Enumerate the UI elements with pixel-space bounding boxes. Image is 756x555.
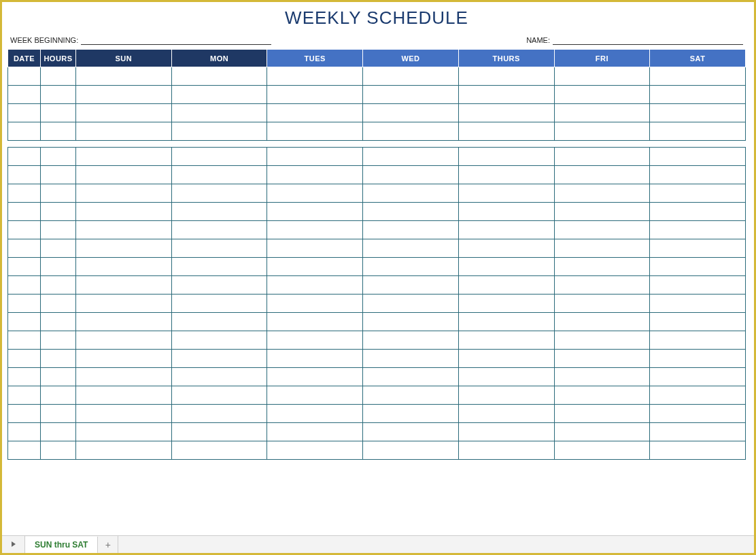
cell[interactable] bbox=[363, 166, 459, 184]
cell[interactable] bbox=[554, 276, 650, 295]
cell[interactable] bbox=[458, 423, 554, 441]
cell[interactable] bbox=[458, 295, 554, 313]
cell[interactable] bbox=[41, 423, 76, 441]
cell[interactable] bbox=[458, 386, 554, 405]
cell[interactable] bbox=[76, 122, 172, 141]
cell[interactable] bbox=[363, 295, 459, 313]
cell[interactable] bbox=[267, 258, 363, 276]
cell[interactable] bbox=[76, 67, 172, 86]
sheet-tab-active[interactable]: SUN thru SAT bbox=[25, 537, 98, 554]
cell[interactable] bbox=[8, 423, 41, 441]
cell[interactable] bbox=[171, 423, 267, 441]
cell[interactable] bbox=[458, 239, 554, 258]
cell[interactable] bbox=[650, 148, 746, 166]
cell[interactable] bbox=[171, 184, 267, 203]
cell[interactable] bbox=[41, 67, 76, 86]
cell[interactable] bbox=[267, 350, 363, 368]
cell[interactable] bbox=[650, 104, 746, 122]
cell[interactable] bbox=[458, 104, 554, 122]
cell[interactable] bbox=[8, 203, 41, 221]
cell[interactable] bbox=[41, 331, 76, 350]
cell[interactable] bbox=[76, 313, 172, 331]
cell[interactable] bbox=[41, 184, 76, 203]
cell[interactable] bbox=[8, 386, 41, 405]
cell[interactable] bbox=[8, 166, 41, 184]
cell[interactable] bbox=[458, 184, 554, 203]
cell[interactable] bbox=[76, 295, 172, 313]
cell[interactable] bbox=[267, 148, 363, 166]
cell[interactable] bbox=[458, 86, 554, 104]
cell[interactable] bbox=[650, 386, 746, 405]
cell[interactable] bbox=[171, 221, 267, 239]
cell[interactable] bbox=[41, 258, 76, 276]
cell[interactable] bbox=[650, 276, 746, 295]
cell[interactable] bbox=[76, 368, 172, 386]
cell[interactable] bbox=[554, 86, 650, 104]
cell[interactable] bbox=[554, 423, 650, 441]
cell[interactable] bbox=[171, 441, 267, 460]
cell[interactable] bbox=[41, 86, 76, 104]
cell[interactable] bbox=[650, 203, 746, 221]
cell[interactable] bbox=[76, 86, 172, 104]
cell[interactable] bbox=[171, 368, 267, 386]
cell[interactable] bbox=[650, 258, 746, 276]
cell[interactable] bbox=[8, 331, 41, 350]
cell[interactable] bbox=[363, 331, 459, 350]
cell[interactable] bbox=[363, 386, 459, 405]
cell[interactable] bbox=[363, 441, 459, 460]
cell[interactable] bbox=[8, 221, 41, 239]
cell[interactable] bbox=[267, 386, 363, 405]
cell[interactable] bbox=[554, 184, 650, 203]
cell[interactable] bbox=[171, 405, 267, 423]
cell[interactable] bbox=[650, 331, 746, 350]
cell[interactable] bbox=[8, 276, 41, 295]
cell[interactable] bbox=[76, 184, 172, 203]
cell[interactable] bbox=[76, 239, 172, 258]
cell[interactable] bbox=[267, 184, 363, 203]
cell[interactable] bbox=[554, 368, 650, 386]
cell[interactable] bbox=[76, 423, 172, 441]
cell[interactable] bbox=[650, 441, 746, 460]
cell[interactable] bbox=[8, 184, 41, 203]
cell[interactable] bbox=[41, 441, 76, 460]
cell[interactable] bbox=[76, 203, 172, 221]
add-sheet-button[interactable]: + bbox=[98, 536, 118, 553]
cell[interactable] bbox=[171, 350, 267, 368]
week-beginning-input[interactable] bbox=[81, 35, 271, 45]
cell[interactable] bbox=[650, 239, 746, 258]
cell[interactable] bbox=[76, 350, 172, 368]
cell[interactable] bbox=[554, 441, 650, 460]
cell[interactable] bbox=[41, 405, 76, 423]
cell[interactable] bbox=[363, 104, 459, 122]
cell[interactable] bbox=[458, 350, 554, 368]
cell[interactable] bbox=[650, 350, 746, 368]
cell[interactable] bbox=[76, 405, 172, 423]
cell[interactable] bbox=[554, 350, 650, 368]
cell[interactable] bbox=[554, 104, 650, 122]
cell[interactable] bbox=[8, 122, 41, 141]
cell[interactable] bbox=[554, 258, 650, 276]
cell[interactable] bbox=[171, 386, 267, 405]
cell[interactable] bbox=[8, 67, 41, 86]
cell[interactable] bbox=[554, 295, 650, 313]
cell[interactable] bbox=[458, 405, 554, 423]
cell[interactable] bbox=[650, 86, 746, 104]
cell[interactable] bbox=[171, 258, 267, 276]
cell[interactable] bbox=[76, 331, 172, 350]
cell[interactable] bbox=[76, 276, 172, 295]
cell[interactable] bbox=[41, 104, 76, 122]
cell[interactable] bbox=[41, 350, 76, 368]
cell[interactable] bbox=[267, 295, 363, 313]
cell[interactable] bbox=[267, 313, 363, 331]
cell[interactable] bbox=[171, 86, 267, 104]
cell[interactable] bbox=[41, 221, 76, 239]
cell[interactable] bbox=[267, 166, 363, 184]
cell[interactable] bbox=[554, 313, 650, 331]
cell[interactable] bbox=[458, 331, 554, 350]
cell[interactable] bbox=[8, 258, 41, 276]
cell[interactable] bbox=[458, 313, 554, 331]
cell[interactable] bbox=[171, 166, 267, 184]
cell[interactable] bbox=[554, 386, 650, 405]
cell[interactable] bbox=[76, 441, 172, 460]
cell[interactable] bbox=[363, 313, 459, 331]
